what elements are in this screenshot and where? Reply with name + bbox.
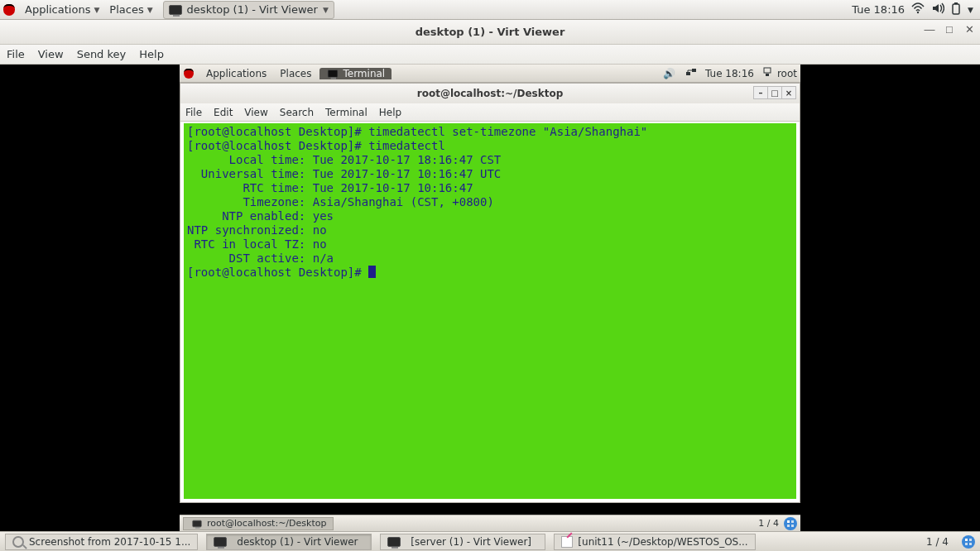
svg-rect-9 [787,525,790,527]
svg-rect-2 [954,2,958,4]
terminal-icon [328,69,339,78]
host-top-panel: Applications▼ Places▼ desktop (1) - Virt… [0,0,980,20]
terminal-icon [192,520,201,526]
term-line: [root@localhost Desktop]# timedatectl [187,139,445,152]
svg-rect-13 [965,543,968,545]
svg-point-0 [917,12,919,13]
guest-top-panel: Applications Places Terminal 🔊 Tue 18:16… [180,65,800,83]
virt-viewer-menubar: File View Send key Help [0,45,980,65]
minimize-button[interactable]: — [924,23,935,36]
terminal-body[interactable]: [root@localhost Desktop]# timedatectl se… [184,123,796,499]
guest-workspace-switcher[interactable] [784,517,797,530]
guest-taskbar-item[interactable]: root@localhost:~/Desktop [183,517,334,530]
clock[interactable]: Tue 18:16 [852,3,905,16]
taskbar-item-desktop-vm[interactable]: desktop (1) - Virt Viewer [206,534,372,550]
taskbar-item-editor[interactable]: [unit11 (~/Desktop/WESTOS_OS... [554,534,755,550]
terminal-window: root@localhost:~/Desktop – □ × File Edit… [180,83,800,503]
monitor-icon [387,537,401,547]
virt-viewer-titlebar[interactable]: desktop (1) - Virt Viewer — □ ✕ [0,20,980,45]
places-menu[interactable]: Places▼ [104,3,157,16]
guest-user-icon[interactable] [762,67,772,79]
svg-rect-5 [764,68,771,73]
menu-send-key[interactable]: Send key [77,48,127,60]
host-workspace-label: 1 / 4 [926,536,949,548]
svg-rect-11 [965,539,968,541]
term-line: [root@localhost Desktop]# timedatectl se… [187,125,647,138]
term-prompt: [root@localhost Desktop]# [187,266,368,279]
taskbar-item-screenshot[interactable]: Screenshot from 2017-10-15 1... [5,534,198,550]
terminal-menubar: File Edit View Search Terminal Help [180,103,800,122]
menu-view[interactable]: View [38,48,64,60]
svg-rect-8 [791,520,794,523]
taskbar-item-server-vm[interactable]: [server (1) - Virt Viewer] [380,534,545,550]
virt-viewer-display[interactable]: Applications Places Terminal 🔊 Tue 18:16… [0,65,980,531]
host-bottom-panel: Screenshot from 2017-10-15 1... desktop … [0,531,980,551]
guest-user-label[interactable]: root [777,68,797,79]
term-line: NTP synchronized: no [187,223,327,237]
terminal-title: root@localhost:~/Desktop [417,88,564,99]
volume-icon[interactable] [931,2,944,17]
term-menu-terminal[interactable]: Terminal [325,107,368,118]
guest-places-menu[interactable]: Places [273,68,318,79]
monitor-icon [169,5,182,15]
places-label: Places [109,3,143,16]
guest-desktop: Applications Places Terminal 🔊 Tue 18:16… [180,65,800,531]
guest-clock[interactable]: Tue 18:16 [705,68,754,79]
wifi-icon[interactable] [911,2,925,17]
applications-label: Applications [25,3,90,16]
maximize-button[interactable]: □ [944,23,955,36]
image-viewer-icon [12,536,24,548]
terminal-close-button[interactable]: × [781,86,796,99]
virt-viewer-window: desktop (1) - Virt Viewer — □ ✕ File Vie… [0,20,980,531]
terminal-minimize-button[interactable]: – [753,86,768,99]
term-menu-help[interactable]: Help [379,107,401,118]
svg-rect-10 [791,525,794,527]
term-menu-search[interactable]: Search [280,107,314,118]
menu-file[interactable]: File [7,48,25,60]
host-workspace-switcher[interactable] [962,535,975,549]
term-line: Local time: Tue 2017-10-17 18:16:47 CST [187,153,501,166]
guest-network-icon[interactable] [685,67,697,79]
guest-active-window[interactable]: Terminal [319,68,392,79]
terminal-titlebar[interactable]: root@localhost:~/Desktop – □ × [180,84,800,103]
monitor-icon [214,537,227,547]
svg-rect-12 [969,539,972,541]
text-editor-icon [561,536,573,548]
term-menu-file[interactable]: File [185,107,202,118]
distro-logo-icon [184,69,194,79]
term-line: RTC in local TZ: no [187,237,327,251]
applications-menu[interactable]: Applications▼ [20,3,104,16]
svg-rect-7 [787,520,790,523]
term-line: Universal time: Tue 2017-10-17 10:16:47 … [187,167,501,180]
term-menu-view[interactable]: View [244,107,267,118]
term-line: RTC time: Tue 2017-10-17 10:16:47 [187,181,473,194]
svg-rect-1 [953,4,959,14]
distro-logo-icon [3,4,15,16]
term-menu-edit[interactable]: Edit [214,107,233,118]
terminal-cursor [368,266,376,278]
system-menu-caret-icon[interactable]: ▼ [968,6,973,14]
guest-workspace-label: 1 / 4 [758,518,779,529]
window-list-active[interactable]: desktop (1) - Virt Viewer ▼ [163,1,334,19]
virt-viewer-title: desktop (1) - Virt Viewer [416,26,565,38]
term-line: Timezone: Asia/Shanghai (CST, +0800) [187,195,494,208]
term-line: DST active: n/a [187,252,334,265]
close-button[interactable]: ✕ [963,23,975,36]
guest-bottom-panel: root@localhost:~/Desktop 1 / 4 [180,515,800,531]
svg-rect-14 [969,543,972,545]
term-line: NTP enabled: yes [187,209,334,223]
terminal-maximize-button[interactable]: □ [767,86,782,99]
active-window-title: desktop (1) - Virt Viewer [187,3,318,16]
guest-volume-icon[interactable]: 🔊 [663,68,675,79]
battery-icon[interactable] [951,2,961,17]
svg-rect-6 [766,74,769,76]
guest-applications-menu[interactable]: Applications [199,68,273,79]
svg-rect-3 [686,72,690,75]
menu-help[interactable]: Help [139,48,164,60]
